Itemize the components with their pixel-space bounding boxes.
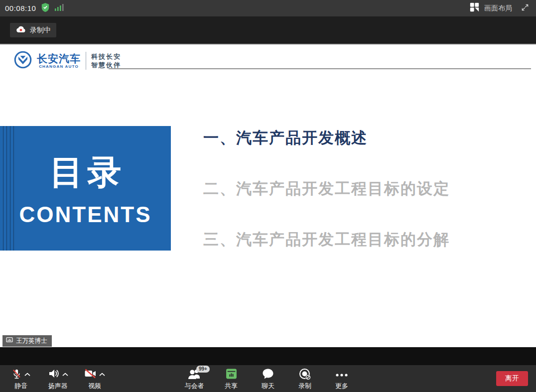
speaker-icon: [48, 368, 60, 382]
toc-title-cn: 目录: [46, 150, 126, 195]
leave-meeting-button[interactable]: 离开: [496, 371, 528, 386]
toc-item-2: 二、汽车产品开发工程目标的设定: [203, 178, 450, 199]
share-button[interactable]: 共享: [219, 368, 243, 389]
toc-item-1: 一、汽车产品开发概述: [203, 128, 368, 148]
mic-options-chevron-icon[interactable]: [24, 370, 30, 379]
brand-name-en: CHANGAN AUTO: [39, 65, 79, 69]
presenter-name: 王万英博士: [16, 337, 47, 345]
secondary-bar: 录制中: [0, 16, 536, 44]
mute-button[interactable]: 静音: [9, 368, 33, 389]
camera-off-icon: [84, 368, 97, 382]
meeting-window: 00:08:10: [0, 0, 536, 392]
logo-divider: [86, 52, 86, 70]
recording-status-chip[interactable]: 录制中: [10, 23, 56, 37]
top-status-bar: 00:08:10: [0, 0, 536, 16]
header-rule: [109, 68, 531, 69]
network-signal-icon[interactable]: [55, 3, 64, 13]
screen-share-icon: [6, 337, 13, 345]
more-label: 更多: [335, 383, 348, 389]
brand-wordmark: 长安汽车 CHANGAN AUTO: [37, 53, 81, 69]
cloud-record-icon: [15, 25, 26, 35]
share-screen-icon: [225, 368, 238, 382]
screen-layout-button[interactable]: 画面布局: [484, 4, 512, 13]
more-button[interactable]: 更多: [330, 368, 354, 389]
tagline-line-2: 智慧伙伴: [91, 62, 121, 68]
toc-title-en: CONTENTS: [19, 202, 152, 227]
speaker-button[interactable]: 扬声器: [46, 368, 70, 389]
speaker-label: 扬声器: [48, 383, 68, 389]
security-shield-icon[interactable]: [41, 2, 50, 14]
toc-item-3: 三、汽车产品开发工程目标的分解: [203, 229, 450, 250]
decorative-stripes: [0, 126, 16, 251]
video-button[interactable]: 视频: [83, 368, 107, 389]
contents-title-box: 目录 CONTENTS: [0, 126, 171, 251]
video-label: 视频: [88, 383, 101, 389]
changan-emblem-icon: [14, 51, 32, 71]
screen-layout-icon[interactable]: [470, 2, 479, 14]
microphone-muted-icon: [11, 368, 22, 383]
participants-button[interactable]: 99+ 与会者: [182, 368, 206, 389]
tagline-line-1: 科技长安: [91, 53, 121, 60]
recording-status-label: 录制中: [30, 26, 51, 35]
changan-logo: 长安汽车 CHANGAN AUTO 科技长安 智慧伙伴: [14, 51, 121, 71]
record-icon: [298, 368, 312, 383]
participants-count-badge: 99+: [196, 366, 210, 373]
video-options-chevron-icon[interactable]: [99, 370, 105, 379]
meeting-toolbar: 静音 扬声器: [0, 365, 536, 392]
chat-bubble-icon: [262, 368, 274, 382]
record-label: 录制: [298, 383, 311, 389]
presenter-name-tag: 王万英博士: [2, 335, 52, 347]
brand-name-cn: 长安汽车: [37, 53, 81, 64]
more-dots-icon: [335, 370, 348, 379]
participants-label: 与会者: [185, 383, 204, 389]
record-button[interactable]: 录制: [293, 368, 317, 389]
chat-button[interactable]: 聊天: [256, 368, 280, 389]
chat-label: 聊天: [262, 383, 274, 389]
meeting-timer: 00:08:10: [5, 4, 36, 12]
speaker-options-chevron-icon[interactable]: [62, 370, 68, 379]
share-label: 共享: [225, 383, 238, 389]
shared-slide-area: 长安汽车 CHANGAN AUTO 科技长安 智慧伙伴 目录 CONTENTS …: [0, 45, 536, 347]
mute-label: 静音: [14, 383, 27, 389]
letterbox-strip: [0, 347, 536, 365]
brand-tagline: 科技长安 智慧伙伴: [91, 53, 121, 68]
fullscreen-expand-icon[interactable]: [521, 3, 529, 13]
